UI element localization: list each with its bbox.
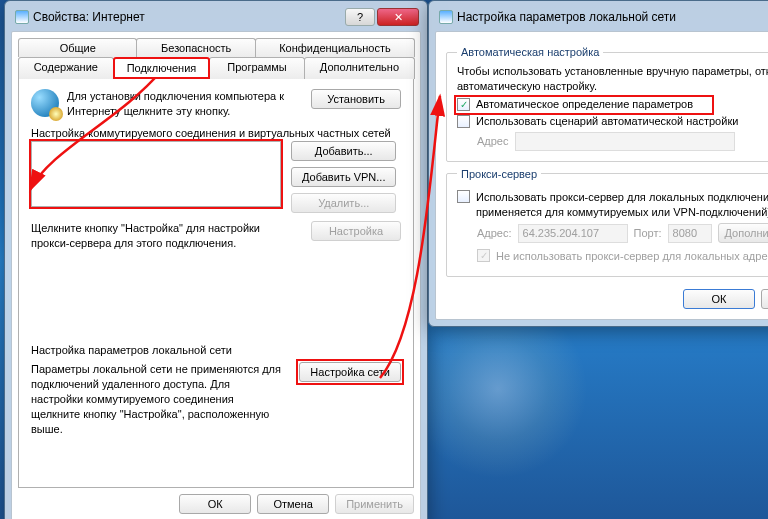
use-proxy-checkbox[interactable] — [457, 190, 470, 203]
setup-description: Для установки подключения компьютера к И… — [67, 89, 301, 119]
tab-privacy[interactable]: Конфиденциальность — [255, 38, 415, 57]
globe-icon — [31, 89, 59, 117]
tab-general[interactable]: Общие — [18, 38, 137, 57]
add-vpn-button[interactable]: Добавить VPN... — [291, 167, 396, 187]
dial-settings-button: Настройка — [311, 221, 401, 241]
window2-titlebar: Настройка параметров локальной сети ✕ — [435, 7, 768, 31]
tab-programs[interactable]: Программы — [209, 57, 305, 79]
tab-content[interactable]: Содержание — [18, 57, 114, 79]
lan-settings-button[interactable]: Настройка сети — [299, 362, 401, 382]
internet-options-icon — [15, 10, 29, 24]
window1-titlebar: Свойства: Интернет ? ✕ — [11, 7, 421, 31]
auto-config-group: Автоматическая настройка Чтобы использов… — [446, 46, 768, 162]
use-script-label: Использовать сценарий автоматической нас… — [476, 115, 738, 127]
lan-settings-icon — [439, 10, 453, 24]
proxy-description: Щелкните кнопку "Настройка" для настройк… — [31, 221, 301, 251]
apply-button: Применить — [335, 494, 414, 514]
lan-section-label: Настройка параметров локальной сети — [31, 344, 401, 356]
bypass-local-label: Не использовать прокси-сервер для локаль… — [496, 250, 768, 262]
proxy-address-label: Адрес: — [477, 227, 512, 239]
cancel-button[interactable]: Отмена — [257, 494, 329, 514]
proxy-port-label: Порт: — [634, 227, 662, 239]
tab-connections[interactable]: Подключения — [113, 57, 211, 79]
script-address-label: Адрес — [477, 135, 509, 147]
window2-title: Настройка параметров локальной сети — [457, 10, 676, 24]
lan-description: Параметры локальной сети не применяются … — [31, 362, 281, 436]
add-button[interactable]: Добавить... — [291, 141, 396, 161]
auto-config-legend: Автоматическая настройка — [457, 46, 603, 58]
proxy-group: Прокси-сервер Использовать прокси-сервер… — [446, 168, 768, 278]
tabs: Общие Безопасность Конфиденциальность Со… — [18, 38, 414, 79]
proxy-legend: Прокси-сервер — [457, 168, 541, 180]
script-address-field — [515, 132, 735, 151]
use-proxy-label: Использовать прокси-сервер для локальных… — [476, 190, 768, 220]
auto-detect-checkbox[interactable]: ✓ — [457, 98, 470, 111]
auto-detect-label: Автоматическое определение параметров — [476, 98, 693, 110]
ok-button[interactable]: ОК — [683, 289, 755, 309]
close-button[interactable]: ✕ — [377, 8, 419, 26]
delete-button: Удалить... — [291, 193, 396, 213]
help-button[interactable]: ? — [345, 8, 375, 26]
tab-security[interactable]: Безопасность — [136, 38, 255, 57]
proxy-port-field: 8080 — [668, 224, 712, 243]
connections-listbox[interactable] — [31, 141, 281, 207]
proxy-address-field: 64.235.204.107 — [518, 224, 628, 243]
window1-title: Свойства: Интернет — [33, 10, 145, 24]
auto-config-description: Чтобы использовать установленные вручную… — [457, 64, 768, 94]
tab-advanced[interactable]: Дополнительно — [304, 57, 415, 79]
bypass-local-checkbox: ✓ — [477, 249, 490, 262]
use-script-checkbox[interactable] — [457, 115, 470, 128]
proxy-advanced-button: Дополнительно — [718, 223, 768, 243]
setup-button[interactable]: Установить — [311, 89, 401, 109]
ok-button[interactable]: ОК — [179, 494, 251, 514]
dial-section-label: Настройка коммутируемого соединения и ви… — [31, 127, 401, 139]
cancel-button[interactable]: Отмена — [761, 289, 768, 309]
